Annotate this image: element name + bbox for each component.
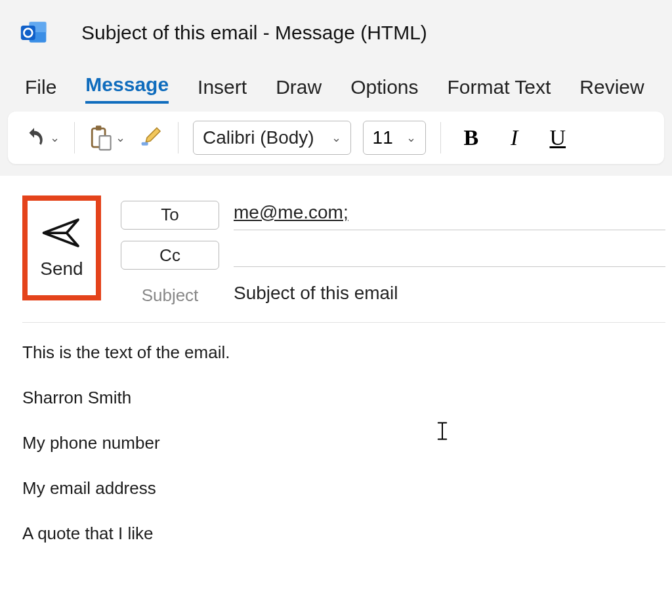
font-family-select[interactable]: Calibri (Body) ⌄ bbox=[193, 121, 351, 155]
title-bar: Subject of this email - Message (HTML) bbox=[0, 0, 672, 66]
underline-button[interactable]: U bbox=[542, 125, 574, 150]
undo-button[interactable]: ⌄ bbox=[22, 126, 60, 150]
chevron-down-icon: ⌄ bbox=[406, 131, 416, 145]
separator bbox=[74, 122, 75, 154]
send-label: Send bbox=[40, 258, 83, 279]
paper-plane-icon bbox=[42, 216, 81, 249]
chevron-down-icon: ⌄ bbox=[50, 131, 60, 145]
message-body[interactable]: This is the text of the email. Sharron S… bbox=[22, 323, 665, 616]
window-title: Subject of this email - Message (HTML) bbox=[81, 22, 427, 44]
subject-field[interactable]: Subject of this email bbox=[234, 280, 665, 310]
to-button[interactable]: To bbox=[121, 201, 219, 230]
signature-line: My phone number bbox=[22, 432, 665, 455]
cc-row: Cc bbox=[121, 241, 665, 270]
svg-rect-6 bbox=[100, 136, 111, 150]
compose-area: Send To me@me.com; Cc Subject Subject of… bbox=[0, 176, 672, 616]
format-painter-button[interactable] bbox=[137, 125, 163, 151]
header-fields: To me@me.com; Cc Subject Subject of this… bbox=[121, 195, 665, 310]
signature-line: A quote that I like bbox=[22, 522, 665, 545]
subject-row: Subject Subject of this email bbox=[121, 280, 665, 310]
font-family-value: Calibri (Body) bbox=[203, 127, 314, 148]
to-row: To me@me.com; bbox=[121, 199, 665, 230]
recipient-chip[interactable]: me@me.com; bbox=[234, 202, 348, 222]
chevron-down-icon: ⌄ bbox=[116, 131, 125, 145]
cc-field[interactable] bbox=[234, 243, 665, 267]
tab-message[interactable]: Message bbox=[85, 73, 169, 104]
body-line: This is the text of the email. bbox=[22, 341, 665, 364]
subject-label: Subject bbox=[121, 285, 219, 306]
cc-button[interactable]: Cc bbox=[121, 241, 219, 270]
outlook-icon bbox=[20, 18, 49, 47]
send-button[interactable]: Send bbox=[22, 195, 101, 300]
paste-button[interactable]: ⌄ bbox=[89, 125, 125, 151]
font-size-value: 11 bbox=[373, 127, 393, 148]
tab-draw[interactable]: Draw bbox=[276, 76, 322, 104]
tab-file[interactable]: File bbox=[25, 76, 56, 104]
tab-format-text[interactable]: Format Text bbox=[448, 76, 551, 104]
svg-rect-5 bbox=[96, 126, 102, 131]
italic-button[interactable]: I bbox=[499, 125, 530, 150]
separator bbox=[440, 122, 441, 154]
font-size-select[interactable]: 11 ⌄ bbox=[363, 121, 426, 155]
bold-button[interactable]: B bbox=[455, 125, 487, 150]
tab-options[interactable]: Options bbox=[350, 76, 418, 104]
separator bbox=[178, 122, 178, 154]
compose-header: Send To me@me.com; Cc Subject Subject of… bbox=[22, 195, 665, 323]
toolbar: ⌄ ⌄ Calibri (Body) ⌄ 11 ⌄ B I bbox=[8, 112, 664, 164]
tab-insert[interactable]: Insert bbox=[198, 76, 247, 104]
svg-rect-7 bbox=[142, 142, 148, 146]
ribbon-tabs: File Message Insert Draw Options Format … bbox=[0, 66, 672, 104]
chevron-down-icon: ⌄ bbox=[331, 131, 341, 145]
to-field[interactable]: me@me.com; bbox=[234, 199, 665, 230]
tab-review[interactable]: Review bbox=[579, 76, 644, 104]
toolbar-container: ⌄ ⌄ Calibri (Body) ⌄ 11 ⌄ B I bbox=[0, 104, 672, 176]
signature-line: Sharron Smith bbox=[22, 386, 665, 409]
signature-line: My email address bbox=[22, 477, 665, 500]
